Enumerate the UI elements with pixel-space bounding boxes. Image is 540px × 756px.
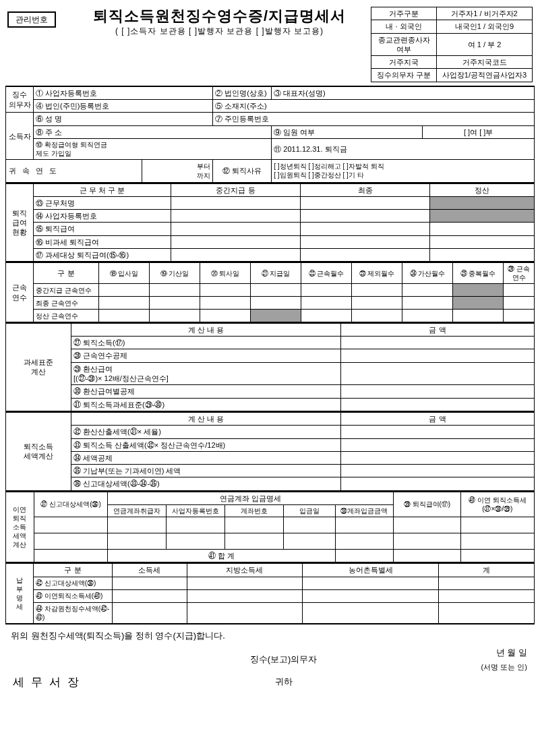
sec5-r2: 최종 근속연수 xyxy=(34,297,99,310)
sec7-r34: ㉞ 세액공제 xyxy=(71,451,341,464)
sec5-h22: ㉒ 근속월수 xyxy=(301,263,352,284)
sec1-r4: ④ 법인(주민)등록번호 xyxy=(34,100,213,113)
sec5-h19: ⑲ 기산일 xyxy=(150,263,200,284)
sec7-h1: 계 산 내 용 xyxy=(71,412,341,425)
sec6-r27: ㉗ 퇴직소득(⑰) xyxy=(71,337,341,349)
sec8-h2: 사업자등록번호 xyxy=(167,505,225,517)
sec9-label: 납 부 명 세 xyxy=(6,564,34,624)
sec3-r12: ⑫ 퇴직사유 xyxy=(213,159,272,182)
sec4-r13: ⑬ 근무처명 xyxy=(34,196,171,209)
sec8-h3: 계좌번호 xyxy=(225,505,284,517)
sec4-h2: 중간지급 등 xyxy=(171,183,301,196)
footer-obl: 징수(보고)의무자 xyxy=(170,646,397,674)
sec9-h5: 계 xyxy=(439,564,535,577)
sec1-label: 징수 의무자 xyxy=(6,86,34,113)
sec4-h1: 근 무 처 구 분 xyxy=(34,183,171,196)
to: 까지 xyxy=(197,172,210,179)
sec5-r1: 중간지급 근속연수 xyxy=(34,284,99,297)
mgmt-no-label: 관리번호 xyxy=(7,11,56,28)
sec6-h2: 금 액 xyxy=(341,323,535,336)
sec8-h4: 입금일 xyxy=(283,505,335,517)
sec8-r39: ㊴ 퇴직급여(⑰) xyxy=(394,492,460,517)
sec9-h4: 농어촌특별세 xyxy=(303,564,439,577)
sec1-r5: ⑤ 소재지(주소) xyxy=(213,100,535,113)
sec9-r44: ㊹ 차감원천징수세액(㊷-㊸) xyxy=(34,602,113,624)
sec8-r37: ㊲ 신고대상세액(㊱) xyxy=(34,492,107,517)
sec8-h38: ㊳계좌입금금액 xyxy=(335,505,394,517)
sec9-h1: 구 분 xyxy=(34,564,113,577)
sec8-label: 이연 퇴직 소득 세액 계산 xyxy=(6,492,34,562)
sec7-h2: 금 액 xyxy=(341,412,535,425)
sec3-year: 귀 속 연 도 xyxy=(6,159,142,182)
sec9-h2: 소득세 xyxy=(113,564,187,577)
info-r2b: 내국인1 / 외국인9 xyxy=(437,20,533,33)
info-r1a: 거주구분 xyxy=(371,7,437,20)
sec6-h1: 계 산 내 용 xyxy=(71,323,341,336)
footer-sign: (서명 또는 인) xyxy=(399,662,527,672)
sec2-r9: ⑨ 임원 여부 xyxy=(272,125,423,138)
sec1-r2: ② 법인명(상호) xyxy=(213,86,272,100)
footer-office: 세무서장 xyxy=(13,676,86,689)
info-r3b: 여 1 / 부 2 xyxy=(437,33,533,56)
sec7-r36: ㊱ 신고대상세액(㉝-㉞-㉟) xyxy=(71,477,341,491)
sec1-r1: ① 사업자등록번호 xyxy=(34,86,213,100)
sec8-h1: 연금계좌취급자 xyxy=(108,505,167,517)
sec6-r28: ㉘ 근속연수공제 xyxy=(71,349,341,362)
sec8-r40: ㊵ 이연 퇴직소득세 (㊲×㊳/㊴) xyxy=(460,492,534,517)
info-r5a: 징수의무자 구분 xyxy=(371,69,437,82)
sec4-h4: 정산 xyxy=(430,183,535,196)
sec4-label: 퇴직 급여 현황 xyxy=(6,183,34,262)
sec5-r3: 정산 근속연수 xyxy=(34,310,99,322)
sec2-r11: ⑪ 2011.12.31. 퇴직금 xyxy=(272,138,535,159)
sec2-r10: ⑩ 확정급여형 퇴직연금 제도 가입일 xyxy=(34,138,272,159)
sec8-sum: ㊶ 합 계 xyxy=(108,550,335,563)
title: 퇴직소득원천징수영수증/지급명세서 xyxy=(72,7,367,26)
sec5-h1: 구 분 xyxy=(34,263,99,284)
info-r1b: 거주자1 / 비거주자2 xyxy=(437,7,533,20)
sec8-hgroup: 연금계좌 입금명세 xyxy=(108,492,394,504)
sec6-label: 과세표준 계산 xyxy=(6,323,71,411)
info-r5b: 사업장1/공적연금사업자3 xyxy=(437,69,533,82)
footer-stmt: 위의 원천징수세액(퇴직소득)을 정히 영수(지급)합니다. xyxy=(11,630,529,642)
sec5-h23: ㉓ 제외월수 xyxy=(352,263,402,284)
sec3-opts: [ ]정년퇴직 [ ]정리해고 [ ]자발적 퇴직 [ ]임원퇴직 [ ]중간정… xyxy=(272,159,535,182)
sec2-r9v: [ ]여 [ ]부 xyxy=(423,125,535,138)
info-r4a: 거주지국 xyxy=(371,56,437,69)
sec5-h18: ⑱ 입사일 xyxy=(99,263,150,284)
info-r2a: 내 · 외국인 xyxy=(371,20,437,33)
subtitle: ( [ ]소득자 보관용 [ ]발행자 보관용 [ ]발행자 보고용) xyxy=(72,26,367,37)
footer-date: 년 월 일 xyxy=(399,647,527,659)
sec5-h20: ⑳ 퇴사일 xyxy=(200,263,251,284)
sec7-r32: ㉜ 환산산출세액(㉛× 세율) xyxy=(71,426,341,438)
sec5-label: 근속 연수 xyxy=(6,263,34,322)
sec6-r31: ㉛ 퇴직소득과세표준(㉙-㉚) xyxy=(71,398,341,411)
sec9-h3: 지방소득세 xyxy=(187,564,302,577)
sec4-r16: ⑯ 비과세 퇴직급여 xyxy=(34,235,171,248)
sec2-label: 소득자 xyxy=(6,113,34,160)
sec5-h26: ㉖ 근속연수 xyxy=(504,263,535,284)
from: 부터 xyxy=(197,163,210,170)
sec9-r43: ㊸ 이연퇴직소득세(㊵) xyxy=(34,589,113,602)
sec7-label: 퇴직소득 세액계산 xyxy=(6,412,71,490)
info-r4b: 거주지국코드 xyxy=(437,56,533,69)
info-r3a: 종교관련종사자 여부 xyxy=(371,33,437,56)
sec5-h24: ㉔ 가산월수 xyxy=(402,263,453,284)
sec1-r3: ③ 대표자(성명) xyxy=(272,86,535,100)
sec5-h25: ㉕ 중복월수 xyxy=(453,263,504,284)
sec4-h3: 최종 xyxy=(301,183,430,196)
sec2-r7: ⑦ 주민등록번호 xyxy=(213,113,535,125)
footer-to: 귀하 xyxy=(170,674,397,691)
sec7-r33: ㉝ 퇴직소득 산출세액(㉜× 정산근속연수/12배) xyxy=(71,438,341,451)
sec9-r42: ㊷ 신고대상세액(㊱) xyxy=(34,577,113,589)
sec6-r29: ㉙ 환산급여 [(㉗-㉘)× 12배/정산근속연수] xyxy=(71,362,341,385)
sec5-h21: ㉑ 지급일 xyxy=(251,263,301,284)
sec4-r15: ⑮ 퇴직급여 xyxy=(34,223,171,235)
sec7-r35: ㉟ 기납부(또는 기과세이연) 세액 xyxy=(71,465,341,477)
sec6-r30: ㉚ 환산급여별공제 xyxy=(71,385,341,398)
sec4-r17: ⑰ 과세대상 퇴직급여(⑮-⑯) xyxy=(34,249,171,262)
sec2-r6: ⑥ 성 명 xyxy=(34,113,213,125)
sec4-r14: ⑭ 사업자등록번호 xyxy=(34,210,171,223)
sec2-r8: ⑧ 주 소 xyxy=(34,125,272,138)
